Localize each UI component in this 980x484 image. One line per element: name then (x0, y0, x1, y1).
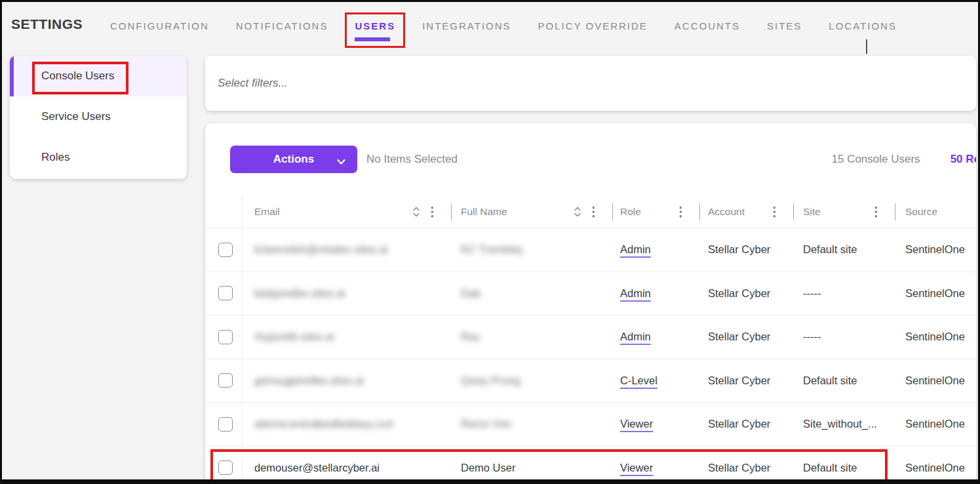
actions-button[interactable]: Actions (230, 146, 357, 173)
cell-role-link: Admin (613, 243, 700, 256)
cell-role-link-text[interactable]: Admin (620, 287, 651, 299)
cell-email-text: kcberrelish@retailer-sites.ai (254, 243, 388, 255)
sidebar: Console UsersService UsersRoles (10, 56, 187, 179)
cell-full-name: KC Trembley (452, 243, 613, 256)
row-checkbox[interactable] (218, 417, 233, 432)
cell-source-text: SentinelOne (905, 287, 965, 299)
nav-tab-accounts[interactable]: ACCOUNTS (675, 20, 740, 48)
nav-tab-integrations[interactable]: INTEGRATIONS (422, 20, 511, 48)
nav-tabs: CONFIGURATIONNOTIFICATIONSUSERSINTEGRATI… (110, 2, 924, 48)
cell-full-name: Rey (452, 331, 613, 343)
cell-source: SentinelOne (895, 462, 976, 474)
cell-role-link: Viewer (613, 462, 700, 474)
cell-role-link: Viewer (613, 418, 700, 430)
cell-role-link-text[interactable]: Viewer (620, 462, 653, 474)
header-cell-role: Role⋮ (613, 195, 700, 228)
top-navigation: SETTINGS CONFIGURATIONNOTIFICATIONSUSERS… (2, 2, 978, 56)
cell-full-name-text: Rey (461, 331, 480, 342)
table-header-row: Email⋮Full Name⋮Role⋮Account⋮Site⋮Source (205, 195, 976, 228)
kebab-menu-icon[interactable]: ⋮ (675, 205, 687, 218)
sidebar-item-label: Roles (41, 151, 69, 164)
cell-role-link-text[interactable]: Admin (620, 331, 651, 342)
cell-email: rhyjorelik.sitex.ai (242, 331, 452, 343)
nav-tab-configuration[interactable]: CONFIGURATION (110, 20, 209, 48)
header-cell-checkbox (205, 195, 242, 228)
cell-site-text: Default site (803, 374, 857, 386)
header-icons: ⋮ (574, 205, 613, 218)
kebab-menu-icon[interactable]: ⋮ (426, 205, 439, 218)
cell-role-link: C-Level (613, 374, 700, 387)
nav-tab-label: USERS (355, 20, 395, 31)
actions-button-label: Actions (273, 153, 314, 166)
kebab-menu-icon[interactable]: ⋮ (587, 205, 600, 218)
cell-source: SentinelOne (895, 331, 976, 343)
nav-tab-locations[interactable]: LOCATIONS (829, 20, 897, 48)
header-cell-name: Full Name⋮ (452, 195, 613, 228)
cell-site: ----- (794, 331, 895, 343)
nav-tab-users[interactable]: USERS (345, 12, 405, 48)
table-toolbar: Actions No Items Selected 15 Console Use… (205, 123, 976, 195)
header-icons: ⋮ (412, 205, 452, 218)
cell-account: Stellar Cyber (700, 331, 794, 343)
kebab-menu-icon[interactable]: ⋮ (870, 205, 882, 218)
cell-full-name-text: Remo Vier (461, 418, 512, 430)
cell-source-text: SentinelOne (905, 243, 965, 255)
sidebar-item-roles[interactable]: Roles (10, 137, 187, 178)
header-cell-account: Account⋮ (700, 195, 794, 228)
cell-full-name: Remo Vier (452, 418, 613, 430)
cell-checkbox (205, 373, 242, 388)
cell-account-text: Stellar Cyber (708, 462, 770, 474)
row-checkbox[interactable] (218, 460, 233, 475)
sidebar-item-label: Service Users (41, 110, 111, 123)
row-checkbox[interactable] (218, 330, 233, 344)
nav-tab-label: SITES (767, 20, 802, 31)
records-per-page-link[interactable]: 50 Re (951, 153, 976, 166)
row-checkbox[interactable] (218, 373, 233, 388)
cell-full-name-text: Qwey Prong (461, 374, 520, 386)
active-tab-underline (355, 37, 390, 41)
cell-account: Stellar Cyber (700, 243, 794, 256)
cell-email-text: rhyjorelik.sitex.ai (254, 331, 334, 342)
cell-email-text: gehougjelrelike.sitex.ai (254, 374, 364, 386)
cell-full-name: Dab (452, 287, 613, 300)
nav-tab-label: INTEGRATIONS (422, 20, 511, 31)
checkbox-column-divider (242, 195, 243, 484)
cell-role-link-text[interactable]: Admin (620, 243, 651, 255)
sort-icon[interactable] (412, 205, 420, 218)
nav-tab-sites[interactable]: SITES (767, 20, 802, 48)
row-checkbox[interactable] (218, 243, 233, 257)
nav-tab-label: POLICY OVERRIDE (538, 20, 648, 31)
header-cell-email: Email⋮ (242, 195, 452, 228)
sidebar-item-console-users[interactable]: Console Users (10, 56, 187, 96)
table-row: kcberrelish@retailer-sites.aiKC Trembley… (205, 228, 976, 272)
sort-icon[interactable] (574, 205, 581, 218)
cell-email: demouser@stellarcyber.ai (242, 462, 452, 474)
nav-tab-notifications[interactable]: NOTIFICATIONS (236, 20, 328, 48)
column-label-role: Role (620, 206, 641, 218)
nav-tab-policy-override[interactable]: POLICY OVERRIDE (538, 20, 648, 48)
kebab-menu-icon[interactable]: ⋮ (768, 205, 781, 218)
cell-role-link-text[interactable]: Viewer (620, 418, 653, 430)
table-row: abmrecentralbedfeddaxy.curtRemo VierView… (205, 403, 976, 447)
cell-account: Stellar Cyber (700, 462, 794, 474)
sidebar-item-service-users[interactable]: Service Users (10, 96, 187, 137)
cell-site-text: Site_without_... (803, 418, 877, 430)
cell-account-text: Stellar Cyber (708, 374, 770, 386)
column-label-source: Source (905, 206, 937, 218)
row-checkbox[interactable] (218, 286, 233, 300)
header-icons: ⋮ (870, 205, 895, 218)
filter-input[interactable] (218, 77, 911, 90)
column-label-account: Account (708, 206, 745, 218)
cell-full-name: Demo User (452, 462, 613, 474)
cell-site-text: ----- (803, 287, 821, 299)
cell-checkbox (205, 417, 242, 432)
header-cell-site: Site⋮ (794, 195, 895, 228)
cell-account: Stellar Cyber (700, 287, 794, 300)
cell-email-text: abmrecentralbedfeddaxy.curt (254, 418, 393, 430)
cell-email: kcberrelish@retailer-sites.ai (242, 243, 452, 256)
cell-site: Default site (794, 243, 895, 256)
cell-role-link-text[interactable]: C-Level (620, 374, 657, 386)
chevron-down-icon (337, 155, 345, 169)
table-row: bisbjorelike.sites.aiDabAdminStellar Cyb… (205, 272, 976, 316)
cell-checkbox (205, 460, 242, 475)
